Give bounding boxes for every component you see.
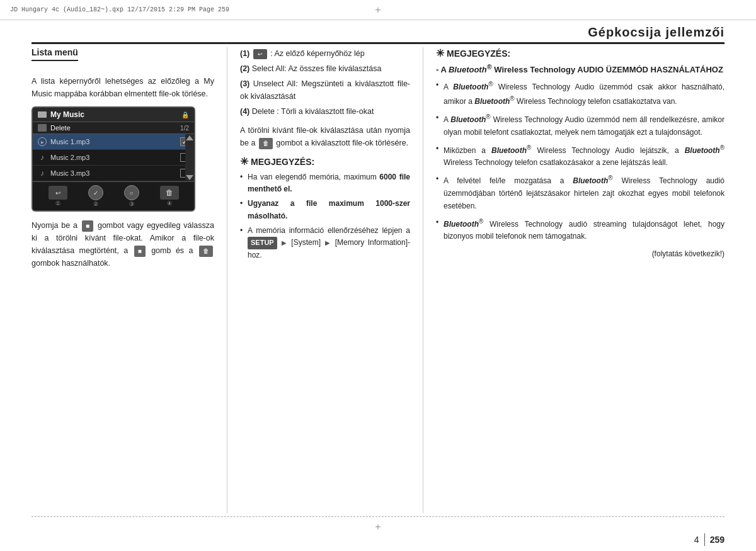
bluetooth-text-heading: Bluetooth	[449, 65, 487, 74]
step-2: (2) Select All: Az összes file kiválaszt…	[240, 62, 410, 75]
footer-section-num: 4	[694, 535, 699, 545]
mid-note-section: ✳ MEGJEGYZÉS: Ha van elegendő memória, m…	[240, 156, 410, 261]
mid-note-bullets: Ha van elegendő memória, maximum 6000 fi…	[240, 171, 410, 261]
music-name-3: Music 3.mp3	[50, 169, 89, 177]
right-column: ✳ MEGJEGYZÉS: - A Bluetooth® Wireless Te…	[423, 47, 724, 513]
scroll-up-arrow[interactable]	[186, 135, 193, 140]
my-music-ui: My Music 🔒 Delete 1/2 Music 1.mp3 ✓ ♪	[32, 106, 195, 212]
btn-trash[interactable]: 🗑	[160, 186, 179, 200]
right-note-title: ✳ MEGJEGYZÉS:	[436, 47, 724, 59]
mid-bullet-2: Ugyanaz a file maximum 1000-szer másolha…	[240, 198, 410, 222]
btn-uncheck-label: ③	[129, 201, 134, 207]
right-bullet-5: Bluetooth® Wireless Technology audió str…	[436, 217, 724, 244]
music-item-3[interactable]: ♪ Music 3.mp3	[33, 166, 194, 181]
press-btn-inline-1[interactable]: ■	[82, 220, 93, 232]
right-bullet-2: A Bluetooth® Wireless Technology Audio ü…	[436, 112, 724, 139]
page-indicator: 1/2	[180, 125, 189, 132]
music-name-1: Music 1.mp3	[50, 138, 89, 145]
btn-back[interactable]: ↩	[49, 186, 67, 200]
mid-bullet-3: A memória információ ellenőrzéséhez lépj…	[240, 225, 410, 261]
body-text-2: Nyomja be a ■ gombot vagy egyedileg vála…	[32, 219, 214, 270]
btn-check-col: ✓ ②	[88, 185, 103, 207]
footer-page-area: 4 259	[694, 533, 724, 546]
right-bullets: A Bluetooth® Wireless Technology Audio ü…	[436, 79, 724, 243]
btn-trash-col: 🗑 ④	[160, 186, 179, 207]
crosshair-top: +	[372, 4, 384, 16]
play-icon-1	[38, 137, 47, 146]
music-name-2: Music 2.mp3	[50, 154, 89, 161]
music-list: Music 1.mp3 ✓ ♪ Music 2.mp3 ♪ Music 3.mp…	[33, 134, 194, 181]
mid-bullet-1: Ha van elegendő memória, maximum 6000 fi…	[240, 171, 410, 195]
right-note-heading-text: MEGJEGYZÉS:	[447, 48, 510, 59]
page-title: Gépkocsija jellemzői	[588, 25, 724, 40]
section-heading-lista: Lista menü	[32, 47, 78, 61]
footer: 4 259	[32, 516, 724, 551]
footer-page-num: 259	[710, 535, 724, 545]
scroll-down-arrow[interactable]	[186, 175, 193, 180]
btn-check-label: ②	[93, 201, 98, 207]
my-music-delete-bar: Delete 1/2	[33, 122, 194, 134]
music-item-1[interactable]: Music 1.mp3 ✓	[33, 134, 194, 150]
scroll-bar[interactable]	[185, 134, 194, 181]
mid-column: (1) : Az előző képernyőhöz lép (2) Selec…	[227, 47, 423, 513]
btn-trash-label: ④	[167, 200, 172, 207]
press-btn-inline-2[interactable]: ■	[134, 246, 146, 257]
step-3: (3) Unselect All: Megszünteti a kiválasz…	[240, 77, 410, 103]
footer-divider	[704, 533, 705, 546]
note-icon-2: ♪	[38, 153, 47, 162]
page-title-bar: Gépkocsija jellemzői	[32, 25, 724, 44]
right-bullet-3: Miközben a Bluetooth® Wireless Technolog…	[436, 143, 724, 170]
setup-badge: SETUP	[248, 237, 277, 249]
main-content: Lista menü A lista képernyőről lehetsége…	[32, 47, 724, 513]
back-button-inline[interactable]	[253, 49, 267, 59]
header-meta: JD Hungary 4c (Audio_182~).qxp 12/17/201…	[10, 6, 229, 13]
mid-note-title: ✳ MEGJEGYZÉS:	[240, 156, 410, 168]
music-item-2[interactable]: ♪ Music 2.mp3	[33, 150, 194, 166]
bottom-btn-bar: ↩ ① ✓ ② ○ ③ 🗑 ④	[33, 181, 194, 210]
lock-icon: 🔒	[181, 111, 189, 118]
step-4: (4) Delete : Törli a kiválasztott file-o…	[240, 105, 410, 118]
btn-back-col: ↩ ①	[49, 186, 67, 207]
btn-check[interactable]: ✓	[88, 185, 103, 200]
right-bullet-1: A Bluetooth® Wireless Technology Audio ü…	[436, 79, 724, 108]
btn-back-label: ①	[55, 200, 60, 207]
btn-uncheck-col: ○ ③	[124, 185, 139, 207]
select-text: A törölni kívánt file-ok kiválasztása ut…	[240, 124, 410, 149]
delete-label: Delete	[50, 124, 71, 132]
folder-icon	[38, 111, 47, 118]
press-btn-inline-3[interactable]: 🗑	[199, 246, 213, 257]
continuation-text: (folytatás következik!)	[436, 249, 724, 258]
arrow-right-2: ▶	[325, 238, 330, 248]
right-note-subtitle: - A Bluetooth® Wireless Technology AUDIO…	[436, 63, 724, 74]
arrow-right-1: ▶	[282, 238, 287, 248]
note-icon-3: ♪	[38, 169, 47, 178]
trash-icon: 🗑	[166, 188, 173, 197]
wireless-text-heading: Wireless Technology AUDIO ÜZEMMÓD HASZNÁ…	[494, 65, 723, 74]
step-1: (1) : Az előző képernyőhöz lép	[240, 47, 410, 60]
right-bullet-4: A felvétel fel/le mozgatása a Bluetooth®…	[436, 173, 724, 212]
intro-text: A lista képernyőről lehetséges az előzől…	[32, 75, 214, 100]
my-music-title-text: My Music	[50, 110, 84, 119]
step-list: (1) : Az előző képernyőhöz lép (2) Selec…	[240, 47, 410, 118]
delete-icon-box	[38, 124, 47, 132]
music-rows-wrapper: Music 1.mp3 ✓ ♪ Music 2.mp3 ♪ Music 3.mp…	[33, 134, 194, 181]
trash-btn-mid[interactable]: 🗑	[259, 138, 273, 149]
left-column: Lista menü A lista képernyőről lehetsége…	[32, 47, 227, 513]
btn-uncheck[interactable]: ○	[124, 185, 139, 200]
my-music-title-left: My Music	[38, 110, 84, 119]
my-music-title-bar: My Music 🔒	[33, 108, 194, 122]
